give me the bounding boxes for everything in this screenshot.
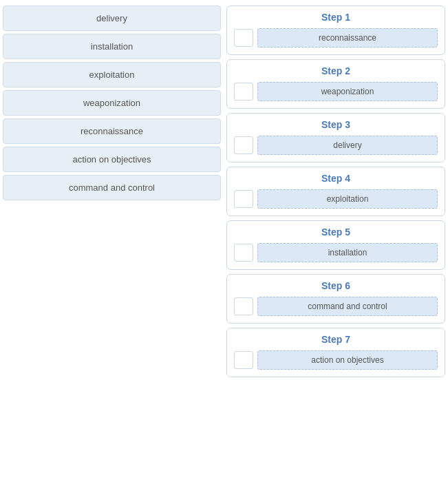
step-answer-step1[interactable]: reconnaissance: [257, 28, 438, 48]
left-item-reconnaissance[interactable]: reconnaissance: [3, 118, 221, 144]
step-checkbox-step6[interactable]: [234, 297, 253, 315]
step-title-step4: Step 4: [234, 173, 438, 184]
left-item-delivery[interactable]: delivery: [3, 6, 221, 31]
step-title-step1: Step 1: [234, 12, 438, 23]
step-drop-area-step3: delivery: [234, 136, 438, 155]
left-panel: deliveryinstallationexploitationweaponiz…: [0, 0, 224, 495]
step-card-step4: Step 4exploitation: [226, 167, 445, 216]
step-drop-area-step7: action on objectives: [234, 350, 438, 370]
step-drop-area-step6: command and control: [234, 297, 438, 316]
step-answer-step4[interactable]: exploitation: [257, 189, 438, 209]
left-item-exploitation[interactable]: exploitation: [3, 62, 221, 87]
step-drop-area-step2: weaponization: [234, 82, 438, 101]
step-answer-step6[interactable]: command and control: [257, 297, 438, 316]
step-drop-area-step5: installation: [234, 243, 438, 262]
left-item-command-and-control[interactable]: command and control: [3, 175, 221, 200]
step-answer-step3[interactable]: delivery: [257, 136, 438, 155]
step-checkbox-step5[interactable]: [234, 244, 253, 262]
step-checkbox-step3[interactable]: [234, 136, 253, 154]
step-title-step3: Step 3: [234, 119, 438, 130]
step-card-step6: Step 6command and control: [226, 274, 445, 324]
step-card-step5: Step 5installation: [226, 220, 445, 270]
left-item-action-on-objectives[interactable]: action on objectives: [3, 147, 221, 172]
step-answer-step5[interactable]: installation: [257, 243, 438, 262]
step-checkbox-step4[interactable]: [234, 190, 253, 208]
step-card-step1: Step 1reconnaissance: [226, 6, 445, 55]
step-title-step2: Step 2: [234, 65, 438, 76]
step-card-step3: Step 3delivery: [226, 113, 445, 162]
step-drop-area-step1: reconnaissance: [234, 28, 438, 48]
step-title-step7: Step 7: [234, 334, 438, 345]
right-panel: Step 1reconnaissanceStep 2weaponizationS…: [224, 0, 448, 495]
step-drop-area-step4: exploitation: [234, 189, 438, 209]
step-checkbox-step2[interactable]: [234, 83, 253, 101]
step-answer-step2[interactable]: weaponization: [257, 82, 438, 101]
step-title-step5: Step 5: [234, 227, 438, 238]
step-checkbox-step1[interactable]: [234, 29, 253, 47]
step-title-step6: Step 6: [234, 280, 438, 291]
left-item-weaponization[interactable]: weaponization: [3, 90, 221, 116]
step-card-step7: Step 7action on objectives: [226, 328, 445, 377]
step-answer-step7[interactable]: action on objectives: [257, 350, 438, 370]
step-card-step2: Step 2weaponization: [226, 59, 445, 109]
left-item-installation[interactable]: installation: [3, 34, 221, 59]
step-checkbox-step7[interactable]: [234, 351, 253, 369]
